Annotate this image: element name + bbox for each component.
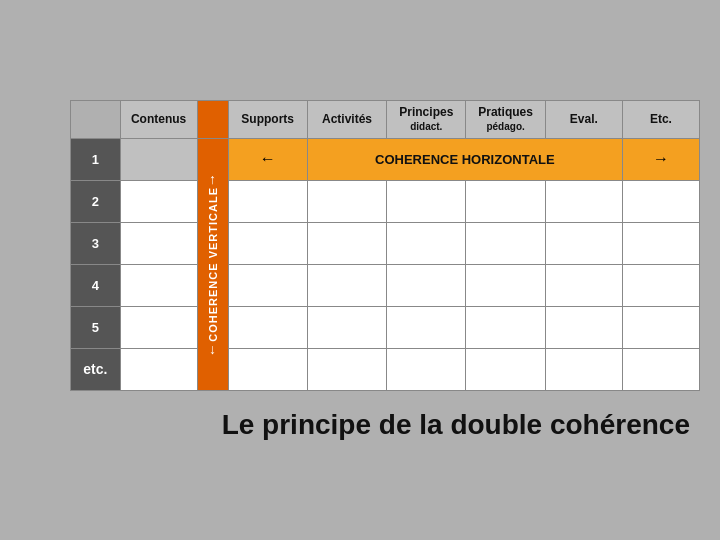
data-cell — [228, 306, 307, 348]
data-cell — [466, 222, 545, 264]
horiz-arrow-right: → — [622, 138, 699, 180]
contenus-cell-1 — [120, 138, 197, 180]
row-number-2: 2 — [71, 180, 121, 222]
data-cell — [622, 180, 699, 222]
bottom-title-text: Le principe de la double cohérence — [222, 409, 690, 440]
data-cell — [387, 180, 466, 222]
data-cell — [387, 264, 466, 306]
header-vert-arrow-col — [197, 100, 228, 138]
row-number-etc: etc. — [71, 348, 121, 390]
data-cell — [307, 306, 386, 348]
header-etc: Etc. — [622, 100, 699, 138]
arrow-up-icon: ↑ — [209, 171, 216, 187]
vertical-text-wrapper: ↑ COHERENCE VERTICALE ↓ — [202, 167, 224, 362]
coherence-horiz-label: COHERENCE HORIZONTALE — [307, 138, 622, 180]
header-empty-1 — [71, 100, 121, 138]
header-principes-main: Principes — [399, 105, 453, 119]
arrow-down-icon: ↓ — [209, 341, 216, 357]
data-cell — [228, 264, 307, 306]
data-cell — [228, 348, 307, 390]
data-cell — [622, 306, 699, 348]
data-cell — [228, 180, 307, 222]
data-cell — [387, 306, 466, 348]
header-pratiques-main: Pratiques — [478, 105, 533, 119]
header-pratiques: Pratiques pédago. — [466, 100, 545, 138]
table-row: 5 — [71, 306, 700, 348]
main-container: Contenus Supports Activités Principes di… — [20, 100, 700, 441]
table-row row-etc: etc. — [71, 348, 700, 390]
data-cell — [387, 222, 466, 264]
data-cell — [120, 264, 197, 306]
data-cell — [545, 180, 622, 222]
row-number-5: 5 — [71, 306, 121, 348]
table-row: 4 — [71, 264, 700, 306]
data-cell — [622, 348, 699, 390]
data-cell — [387, 348, 466, 390]
bottom-title-area: Le principe de la double cohérence — [20, 409, 700, 441]
vertical-coherence-cell: ↑ COHERENCE VERTICALE ↓ — [197, 138, 228, 390]
data-cell — [466, 306, 545, 348]
data-cell — [228, 222, 307, 264]
horiz-arrow-left: ← — [228, 138, 307, 180]
header-principes-sub: didact. — [410, 121, 442, 132]
coherence-table: Contenus Supports Activités Principes di… — [70, 100, 700, 391]
table-row: 3 — [71, 222, 700, 264]
table-area: Contenus Supports Activités Principes di… — [70, 100, 700, 391]
row-number-4: 4 — [71, 264, 121, 306]
data-cell — [622, 222, 699, 264]
row-number-3: 3 — [71, 222, 121, 264]
data-cell — [307, 264, 386, 306]
data-cell — [307, 348, 386, 390]
data-cell — [466, 264, 545, 306]
vertical-coherence-label: COHERENCE VERTICALE — [207, 187, 219, 342]
data-cell — [120, 306, 197, 348]
table-row: 2 — [71, 180, 700, 222]
row-number-1: 1 — [71, 138, 121, 180]
header-row: Contenus Supports Activités Principes di… — [71, 100, 700, 138]
data-cell — [545, 348, 622, 390]
header-pratiques-sub: pédago. — [486, 121, 524, 132]
data-cell — [120, 180, 197, 222]
data-cell — [120, 348, 197, 390]
header-principes: Principes didact. — [387, 100, 466, 138]
horiz-label-text: COHERENCE HORIZONTALE — [375, 152, 555, 167]
data-cell — [622, 264, 699, 306]
data-cell — [466, 180, 545, 222]
header-contenus: Contenus — [120, 100, 197, 138]
header-eval: Eval. — [545, 100, 622, 138]
data-cell — [545, 264, 622, 306]
data-cell — [120, 222, 197, 264]
table-row: 1 ↑ COHERENCE VERTICALE ↓ ← CO — [71, 138, 700, 180]
data-cell — [545, 306, 622, 348]
data-cell — [307, 180, 386, 222]
header-activites: Activités — [307, 100, 386, 138]
data-cell — [466, 348, 545, 390]
data-cell — [545, 222, 622, 264]
data-cell — [307, 222, 386, 264]
header-supports: Supports — [228, 100, 307, 138]
